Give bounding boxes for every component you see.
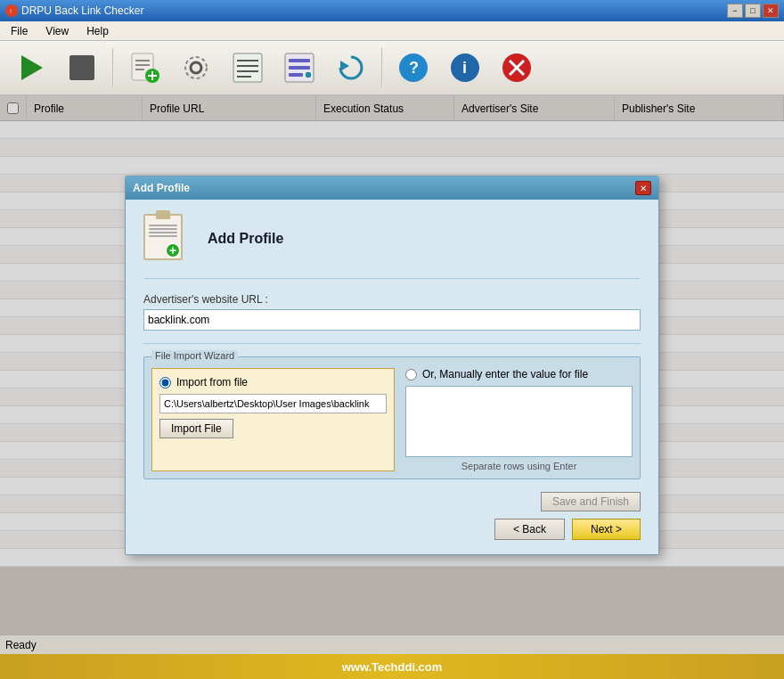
toolbar: ? i xyxy=(0,41,784,96)
import-from-file-radio[interactable] xyxy=(159,377,171,389)
svg-marker-23 xyxy=(340,61,349,71)
dialog-icon: + xyxy=(143,214,193,264)
back-button[interactable]: < Back xyxy=(494,519,565,540)
menu-file[interactable]: File xyxy=(4,23,35,39)
nav-buttons: < Back Next > xyxy=(143,519,641,540)
stop-button[interactable] xyxy=(59,45,105,91)
next-button[interactable]: Next > xyxy=(572,519,641,540)
dialog-body: + Add Profile Advertiser's website URL :… xyxy=(126,200,658,554)
title-bar: ! DRPU Back Link Checker − □ ✕ xyxy=(0,0,784,21)
svg-text:i: i xyxy=(462,59,467,77)
title-bar-controls: − □ ✕ xyxy=(727,4,779,18)
import-file-button[interactable]: Import File xyxy=(159,419,233,438)
watermark-bar: www.Techddi.com xyxy=(0,654,784,679)
manual-entry-panel: Or, Manually enter the value for file Se… xyxy=(405,368,633,471)
watermark-text: www.Techddi.com xyxy=(342,660,443,674)
dialog-title-bar: Add Profile ✕ xyxy=(126,176,658,200)
clipboard-line xyxy=(149,235,177,237)
minimize-button[interactable]: − xyxy=(727,4,743,18)
clipboard-line xyxy=(149,228,177,230)
svg-rect-3 xyxy=(69,55,94,80)
menu-bar: File View Help xyxy=(0,21,784,41)
file-import-wizard: File Import Wizard Import from file Impo… xyxy=(143,356,641,479)
import-from-file-panel: Import from file Import File xyxy=(151,368,395,471)
menu-view[interactable]: View xyxy=(38,23,76,39)
url-input[interactable] xyxy=(143,309,641,331)
svg-rect-21 xyxy=(289,73,303,77)
url-label: Advertiser's website URL : xyxy=(143,293,641,306)
clipboard-lines xyxy=(149,225,177,237)
settings-button[interactable] xyxy=(173,45,219,91)
clipboard-icon: + xyxy=(143,214,183,260)
import-from-file-label: Import from file xyxy=(176,376,248,389)
play-button[interactable] xyxy=(7,45,53,91)
url-field-group: Advertiser's website URL : xyxy=(143,293,641,331)
main-container: Profile Profile URL Execution Status Adv… xyxy=(0,96,784,634)
window-title: DRPU Back Link Checker xyxy=(21,4,143,17)
config-button[interactable] xyxy=(276,45,323,91)
toolbar-separator-2 xyxy=(381,48,383,87)
dialog-title: Add Profile xyxy=(133,182,190,194)
toolbar-separator-1 xyxy=(112,48,114,87)
svg-point-22 xyxy=(305,71,312,78)
svg-rect-20 xyxy=(289,66,310,70)
manual-entry-label: Or, Manually enter the value for file xyxy=(422,368,588,380)
manual-entry-radio[interactable] xyxy=(405,369,417,380)
dialog-close-button[interactable]: ✕ xyxy=(635,181,651,195)
svg-text:?: ? xyxy=(409,59,419,77)
dialog-header-section: + Add Profile xyxy=(143,214,641,279)
list-button[interactable] xyxy=(225,45,271,91)
refresh-button[interactable] xyxy=(328,45,374,91)
add-profile-button[interactable] xyxy=(121,45,167,91)
window-close-button[interactable]: ✕ xyxy=(763,4,779,18)
menu-help[interactable]: Help xyxy=(79,23,116,39)
section-divider xyxy=(143,343,641,344)
save-finish-row: Save and Finish xyxy=(143,492,641,511)
title-bar-left: ! DRPU Back Link Checker xyxy=(5,4,143,17)
add-badge-icon: + xyxy=(165,242,181,258)
manual-entry-radio-row: Or, Manually enter the value for file xyxy=(405,368,633,380)
svg-rect-19 xyxy=(289,59,310,62)
maximize-button[interactable]: □ xyxy=(745,4,761,18)
modal-overlay: Add Profile ✕ xyxy=(0,96,784,634)
status-bar: Ready xyxy=(0,634,784,654)
clipboard-line xyxy=(149,232,177,233)
file-path-input[interactable] xyxy=(159,394,387,413)
status-text: Ready xyxy=(5,639,37,651)
add-profile-dialog: Add Profile ✕ xyxy=(125,176,659,555)
wizard-content: Import from file Import File Or, Manuall… xyxy=(151,368,633,471)
info-button[interactable]: i xyxy=(442,45,488,91)
manual-entry-textarea[interactable] xyxy=(405,386,633,457)
import-from-file-radio-row: Import from file xyxy=(159,376,387,389)
svg-rect-13 xyxy=(233,53,262,82)
hint-text: Separate rows using Enter xyxy=(405,461,633,471)
wizard-group-label: File Import Wizard xyxy=(151,350,238,361)
svg-text:!: ! xyxy=(10,8,12,14)
clipboard-clip xyxy=(156,210,170,219)
save-finish-button[interactable]: Save and Finish xyxy=(541,492,641,511)
svg-point-12 xyxy=(185,57,207,78)
close-button[interactable] xyxy=(494,45,540,91)
help-button[interactable]: ? xyxy=(390,45,437,91)
app-icon: ! xyxy=(5,4,18,17)
svg-marker-2 xyxy=(21,55,43,80)
dialog-heading: Add Profile xyxy=(208,231,283,247)
clipboard-line xyxy=(149,225,177,226)
svg-point-11 xyxy=(191,62,201,73)
